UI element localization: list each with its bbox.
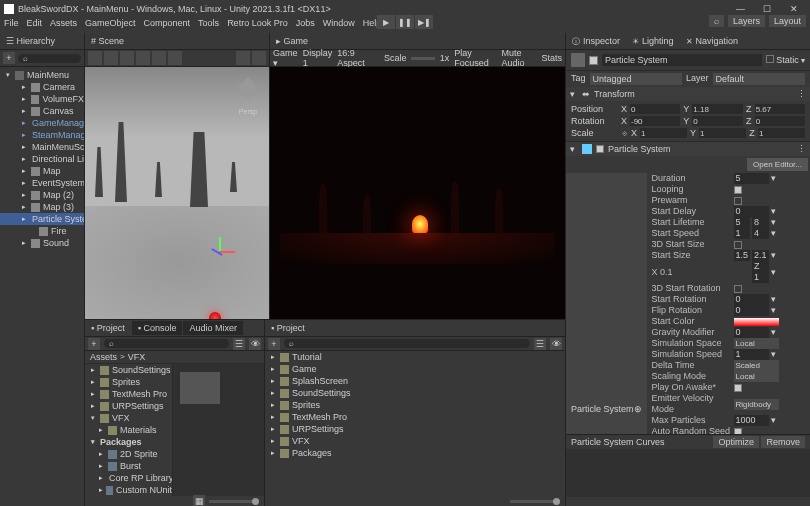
step-button[interactable]: ▶❚: [415, 15, 433, 29]
gameobject-name-field[interactable]: Particle System: [602, 54, 762, 66]
curve-dropdown-icon[interactable]: ▾: [771, 305, 779, 316]
position-x[interactable]: [630, 104, 680, 114]
ps-field[interactable]: 0: [734, 327, 769, 338]
curve-dropdown-icon[interactable]: ▾: [771, 228, 779, 239]
layer-dropdown[interactable]: Default: [713, 73, 805, 85]
ps-field[interactable]: 0: [734, 305, 769, 316]
layout-dropdown[interactable]: Layout: [769, 15, 806, 27]
thumbnail-size-slider-2[interactable]: [510, 500, 560, 503]
component-menu-icon[interactable]: ⋮: [797, 144, 806, 154]
project2-item[interactable]: ▸URPSettings: [265, 423, 565, 435]
project2-item[interactable]: ▸Sprites: [265, 399, 565, 411]
ps-field[interactable]: 5: [734, 217, 751, 228]
ps-dropdown[interactable]: Local: [734, 371, 779, 382]
open-editor-button[interactable]: Open Editor...: [747, 158, 808, 171]
menu-edit[interactable]: Edit: [27, 18, 43, 33]
menu-component[interactable]: Component: [144, 18, 191, 33]
project2-search[interactable]: ⌕: [284, 339, 530, 348]
project2-item[interactable]: ▸SoundSettings: [265, 387, 565, 399]
hierarchy-item[interactable]: Fire: [0, 225, 84, 237]
pause-button[interactable]: ❚❚: [396, 15, 414, 29]
ps-checkbox[interactable]: [734, 186, 742, 194]
project-tab[interactable]: ▪ Project: [85, 321, 131, 335]
ps-field[interactable]: 1000: [734, 415, 769, 426]
stats-toggle[interactable]: Stats: [541, 53, 562, 63]
lighting-tab[interactable]: ☀ Lighting: [626, 33, 680, 49]
curve-dropdown-icon[interactable]: ▾: [771, 415, 779, 426]
ps-field[interactable]: 1: [734, 349, 769, 360]
hierarchy-item[interactable]: ▸GameManager: [0, 117, 84, 129]
tool-rotate[interactable]: [120, 51, 134, 65]
display-dropdown[interactable]: Display 1: [303, 48, 333, 68]
project-folder[interactable]: ▸Materials: [85, 424, 172, 436]
module-menu-icon[interactable]: ⊕: [634, 404, 642, 414]
menu-jobs[interactable]: Jobs: [296, 18, 315, 33]
project2-item[interactable]: ▸VFX: [265, 435, 565, 447]
scale-link-icon[interactable]: ⟐: [620, 128, 628, 138]
active-checkbox[interactable]: [589, 56, 598, 65]
aspect-dropdown[interactable]: 16:9 Aspect: [337, 48, 374, 68]
ps-field[interactable]: 5: [734, 173, 769, 184]
scene-tab[interactable]: # Scene: [85, 34, 130, 48]
project-folder[interactable]: ▸Sprites: [85, 376, 172, 388]
hierarchy-item[interactable]: ▸Sound: [0, 237, 84, 249]
scene-root[interactable]: ▾ MainMenu: [0, 69, 84, 81]
curve-dropdown-icon[interactable]: ▾: [771, 327, 779, 338]
curve-dropdown-icon[interactable]: ▾: [771, 217, 779, 228]
transform-header[interactable]: ▾⬌Transform ⋮: [566, 87, 810, 101]
scale-slider[interactable]: [411, 57, 434, 60]
project-tab-2[interactable]: ▪ Project: [265, 321, 311, 335]
hierarchy-item[interactable]: ▸Particle System: [0, 213, 84, 225]
ps-checkbox[interactable]: [734, 285, 742, 293]
project2-item[interactable]: ▸TextMesh Pro: [265, 411, 565, 423]
breadcrumb[interactable]: Assets > VFX: [85, 351, 264, 364]
ps-field[interactable]: Z 1: [752, 261, 769, 283]
scale-z[interactable]: [758, 128, 805, 138]
hierarchy-item[interactable]: ▸Map (2): [0, 189, 84, 201]
curve-dropdown-icon[interactable]: ▾: [771, 267, 779, 278]
package-item[interactable]: ▸Custom NUnit: [85, 484, 172, 496]
hierarchy-item[interactable]: ▸Directional Light: [0, 153, 84, 165]
tool-transform[interactable]: [168, 51, 182, 65]
package-item[interactable]: ▸Burst: [85, 460, 172, 472]
ps-checkbox[interactable]: [734, 197, 742, 205]
curves-editor[interactable]: [566, 449, 810, 497]
eye-icon[interactable]: 👁: [550, 338, 562, 350]
menu-gameobject[interactable]: GameObject: [85, 18, 136, 33]
maximize-button[interactable]: ☐: [755, 2, 779, 16]
position-z[interactable]: [755, 104, 805, 114]
particle-system-header[interactable]: ▾ Particle System ⋮: [566, 142, 810, 156]
ps-field[interactable]: 0: [734, 294, 769, 305]
global-toggle[interactable]: [252, 51, 266, 65]
package-item[interactable]: ▸2D Sprite: [85, 448, 172, 460]
menu-retro look pro[interactable]: Retro Look Pro: [227, 18, 288, 33]
hierarchy-item[interactable]: ▸SteamManager: [0, 129, 84, 141]
curve-dropdown-icon[interactable]: ▾: [771, 349, 779, 360]
position-y[interactable]: [692, 104, 742, 114]
transform-gizmo[interactable]: [205, 237, 235, 267]
package-item[interactable]: ▸Core RP Library: [85, 472, 172, 484]
folder-materials[interactable]: [180, 372, 220, 404]
ps-field[interactable]: 1: [734, 228, 751, 239]
rotation-x[interactable]: [630, 116, 680, 126]
project-folder[interactable]: ▸TextMesh Pro: [85, 388, 172, 400]
orientation-gizmo[interactable]: Persp: [233, 73, 263, 103]
ps-field[interactable]: 4: [752, 228, 769, 239]
ps-main-module[interactable]: Particle System⊕ Duration5▾LoopingPrewar…: [566, 173, 810, 434]
scale-x[interactable]: [640, 128, 687, 138]
project2-item[interactable]: ▸Game: [265, 363, 565, 375]
hierarchy-item[interactable]: ▸VolumeFX: [0, 93, 84, 105]
project2-item[interactable]: ▸SplashScreen: [265, 375, 565, 387]
project2-item[interactable]: ▸Packages: [265, 447, 565, 459]
curve-dropdown-icon[interactable]: ▾: [771, 173, 779, 184]
tool-move[interactable]: [104, 51, 118, 65]
ps-field[interactable]: 1.5: [734, 250, 751, 261]
rotation-y[interactable]: [692, 116, 742, 126]
tool-view[interactable]: [88, 51, 102, 65]
tool-rect[interactable]: [152, 51, 166, 65]
close-button[interactable]: ✕: [782, 2, 806, 16]
menu-tools[interactable]: Tools: [198, 18, 219, 33]
project-folder[interactable]: ▾VFX: [85, 412, 172, 424]
hierarchy-item[interactable]: ▸Map (3): [0, 201, 84, 213]
mute-toggle[interactable]: Mute Audio: [502, 48, 537, 68]
